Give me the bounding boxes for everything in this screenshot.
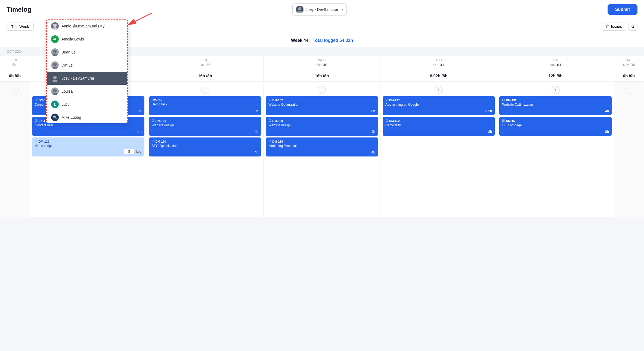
task-hours: 8h xyxy=(502,130,609,134)
dropdown-item-dat-label: Dat Le xyxy=(61,63,73,67)
day-header-fri: Fri Nov 01 xyxy=(497,56,614,70)
add-task-sat[interactable]: + xyxy=(625,86,633,94)
hours-fri: 12h /8h xyxy=(497,70,614,82)
task-card-dm129-mon[interactable]: ☑ DM-129 Video script Log xyxy=(32,137,144,156)
task-card-dm151-fri[interactable]: ☑ DM-151 SEO off-page 8h xyxy=(499,117,612,136)
task-name: Ads running on Google xyxy=(385,103,492,109)
submit-button[interactable]: Submit xyxy=(608,4,637,15)
issues-label: Issues xyxy=(611,24,622,29)
task-card-dm159-wed[interactable]: ☑ DM-159 Marketing Proposal 4h xyxy=(266,137,378,156)
task-name: Website Optimization xyxy=(502,103,609,109)
filter-button[interactable]: ⚙ xyxy=(628,23,637,31)
svg-point-4 xyxy=(53,24,57,27)
user-dropdown: Annie @DevSamurai (My ... AL Amelia Lewi… xyxy=(46,19,128,123)
task-check-icon: ☑ xyxy=(268,98,271,102)
day-header-tue: Tue Oct 29 xyxy=(147,56,264,70)
chevron-down-icon: ▾ xyxy=(342,8,343,11)
task-check-icon: ☑ xyxy=(152,140,154,143)
task-name: Website Optimization xyxy=(268,103,375,109)
issues-icon: ⊟ xyxy=(606,24,609,29)
dropdown-item-mike-label: Mike Luong xyxy=(61,115,81,120)
svg-point-11 xyxy=(52,80,58,82)
dropdown-item-annie[interactable]: Annie @DevSamurai (My ... xyxy=(47,20,127,33)
task-id-label: DM-117 xyxy=(389,99,400,102)
task-check-icon: ☑ xyxy=(35,140,38,143)
task-hours: 4h xyxy=(152,151,259,154)
task-card-dm160-tue[interactable]: ☑ DM-160 SEO Optimization 4h xyxy=(149,137,261,156)
svg-point-9 xyxy=(52,67,58,69)
task-card-dm132-fri[interactable]: ☑ DM-132 Website Optimization 4h xyxy=(499,96,612,115)
add-task-thu[interactable]: + xyxy=(435,86,443,94)
dropdown-item-brian-label: Brian Le xyxy=(61,50,76,54)
task-hours: 8h xyxy=(385,130,492,134)
prev-nav-button[interactable]: ‹ xyxy=(37,23,43,31)
task-card-dm150-wed[interactable]: ☑ DM-150 Website design 4h xyxy=(266,117,378,136)
task-check-icon: ☑ xyxy=(268,140,271,143)
day-header-sun: Sun Oct xyxy=(0,56,30,70)
hours-thu: 8.02h /8h xyxy=(380,70,497,82)
dropdown-item-joey-label: Joey - DevSamurai xyxy=(61,76,94,80)
lucy-initials: L xyxy=(54,102,56,106)
task-check-icon: ☑ xyxy=(385,119,388,123)
hours-wed: 16h /8h xyxy=(264,70,380,82)
add-task-wed[interactable]: + xyxy=(318,86,326,94)
task-id-label: DM-150 xyxy=(156,119,166,123)
task-id-label: DM-132 xyxy=(506,99,516,102)
day-column-sun: + xyxy=(0,82,30,217)
hours-sun: 0h /0h xyxy=(0,70,30,82)
task-hours: 4h xyxy=(502,109,609,113)
svg-point-5 xyxy=(52,27,58,30)
task-check-icon: ☑ xyxy=(35,119,38,123)
amelia-initials: AL xyxy=(53,37,57,41)
add-task-fri[interactable]: + xyxy=(552,86,560,94)
log-hours-input[interactable] xyxy=(124,149,135,154)
task-card-dm152-thu[interactable]: ☑ DM-152 Demo task 8h xyxy=(383,117,495,136)
day-header-thu: Thu Oct 31 xyxy=(380,56,497,70)
dropdown-item-annie-label: Annie @DevSamurai (My ... xyxy=(61,24,109,28)
mike-initials: ML xyxy=(53,116,57,119)
day-column-tue: + DM-152 Demo task 8h ☑ DM-150 Website d… xyxy=(147,82,264,217)
dropdown-item-lucy[interactable]: L Lucy xyxy=(47,98,127,111)
day-column-fri: + ☑ DM-132 Website Optimization 4h ☑ DM-… xyxy=(497,82,614,217)
user-selector-button[interactable]: Joey - DevSamurai ▾ xyxy=(292,3,347,16)
task-check-icon: ☑ xyxy=(35,98,38,102)
task-id-label: EX-17 xyxy=(39,119,47,123)
task-card-dm132-wed[interactable]: ☑ DM-132 Website Optimization 8h xyxy=(266,96,378,115)
task-hours: 8h xyxy=(152,109,259,113)
task-card-dm150-tue[interactable]: ☑ DM-150 Website design 4h xyxy=(149,117,261,136)
this-week-button[interactable]: This Week xyxy=(7,23,34,31)
dropdown-item-amelia[interactable]: AL Amelia Lewis xyxy=(47,33,127,46)
user-selector[interactable]: Joey - DevSamurai ▾ xyxy=(292,3,347,16)
task-check-icon: ☑ xyxy=(502,119,505,123)
dropdown-item-dat[interactable]: Dat Le xyxy=(47,59,127,72)
task-id-label: DM-132 xyxy=(272,99,283,102)
issues-button[interactable]: ⊟ Issues xyxy=(602,23,626,31)
svg-point-8 xyxy=(53,63,57,66)
add-task-tue[interactable]: + xyxy=(201,86,209,94)
svg-point-7 xyxy=(52,54,58,56)
dropdown-item-louisa[interactable]: Louisa xyxy=(47,85,127,98)
add-task-sun[interactable]: + xyxy=(11,86,19,94)
task-card-dm152-tue[interactable]: DM-152 Demo task 8h xyxy=(149,96,261,115)
dropdown-item-amelia-label: Amelia Lewis xyxy=(61,37,84,41)
dropdown-item-lucy-label: Lucy xyxy=(61,102,70,106)
svg-point-13 xyxy=(52,93,58,95)
task-name: Website design xyxy=(268,123,375,130)
day-header-wed: Wed Oct 30 xyxy=(264,56,380,70)
day-column-thu: + ☑ DM-117 Ads running on Google 0.02h ☑… xyxy=(380,82,497,217)
log-button[interactable]: Log xyxy=(136,150,142,153)
task-id-label: DM-152 xyxy=(152,98,162,102)
dropdown-item-mike[interactable]: ML Mike Luong xyxy=(47,111,127,123)
task-name: Contact user xyxy=(35,123,142,130)
app-title: Timelog xyxy=(7,6,32,13)
task-check-icon: ☑ xyxy=(268,119,271,123)
month-label: OCT 2024 xyxy=(7,49,23,54)
dropdown-item-brian[interactable]: Brian Le xyxy=(47,46,127,59)
task-hours: 8h xyxy=(268,109,375,113)
task-card-dm117-thu[interactable]: ☑ DM-117 Ads running on Google 0.02h xyxy=(383,96,495,115)
filter-icon: ⚙ xyxy=(631,25,634,29)
task-name: Video script xyxy=(35,144,142,148)
day-column-wed: + ☑ DM-132 Website Optimization 8h ☑ DM-… xyxy=(264,82,380,217)
task-id-label: DM-151 xyxy=(506,119,516,123)
dropdown-item-joey[interactable]: Joey - DevSamurai xyxy=(47,72,127,85)
